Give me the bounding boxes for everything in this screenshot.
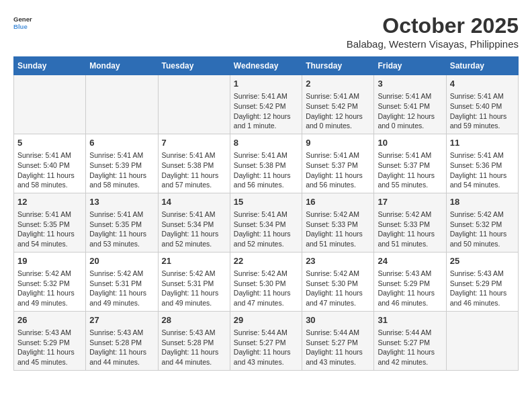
day-info-line: Daylight: 11 hours [378, 288, 442, 298]
day-info-line: Daylight: 11 hours [450, 171, 515, 181]
day-info-line: Sunset: 5:40 PM [450, 101, 515, 111]
day-info-line: and 47 minutes. [306, 298, 370, 308]
day-info-line: Sunset: 5:38 PM [234, 161, 298, 171]
day-info-line: Sunrise: 5:42 AM [306, 210, 370, 220]
calendar-cell [158, 75, 230, 134]
calendar-cell [14, 75, 86, 134]
day-info-line: Daylight: 11 hours [450, 111, 515, 122]
day-info-line: Daylight: 11 hours [17, 288, 82, 298]
day-number: 15 [234, 196, 298, 208]
day-number: 5 [17, 137, 82, 149]
calendar-cell: 12Sunrise: 5:41 AMSunset: 5:35 PMDayligh… [14, 193, 86, 252]
day-info-line: Sunset: 5:32 PM [17, 279, 82, 289]
day-info-line: and 54 minutes. [17, 239, 82, 249]
day-info-line: and 58 minutes. [89, 180, 154, 190]
week-row-3: 12Sunrise: 5:41 AMSunset: 5:35 PMDayligh… [14, 193, 519, 252]
day-info-line: and 55 minutes. [378, 180, 442, 190]
day-info-line: Sunset: 5:29 PM [17, 338, 82, 348]
day-info-line: Daylight: 11 hours [450, 229, 515, 239]
day-info-line: Sunrise: 5:41 AM [378, 150, 442, 161]
location-title: Balabag, Western Visayas, Philippines [347, 38, 519, 50]
calendar-cell: 15Sunrise: 5:41 AMSunset: 5:34 PMDayligh… [230, 193, 302, 252]
calendar-cell: 8Sunrise: 5:41 AMSunset: 5:38 PMDaylight… [230, 134, 302, 193]
day-number: 7 [162, 137, 226, 149]
day-info-line: Sunrise: 5:41 AM [234, 150, 298, 161]
day-info-line: and 0 minutes. [378, 121, 442, 131]
calendar-cell: 13Sunrise: 5:41 AMSunset: 5:35 PMDayligh… [86, 193, 158, 252]
day-info-line: and 52 minutes. [162, 239, 226, 249]
day-number: 13 [89, 196, 154, 208]
calendar-cell: 20Sunrise: 5:42 AMSunset: 5:31 PMDayligh… [86, 252, 158, 311]
day-number: 25 [450, 255, 515, 267]
calendar-cell: 29Sunrise: 5:44 AMSunset: 5:27 PMDayligh… [230, 311, 302, 370]
calendar-cell: 26Sunrise: 5:43 AMSunset: 5:29 PMDayligh… [14, 311, 86, 370]
day-info-line: and 51 minutes. [378, 239, 442, 249]
calendar-cell: 1Sunrise: 5:41 AMSunset: 5:42 PMDaylight… [230, 75, 302, 134]
header: General Blue October 2025 Balabag, Weste… [13, 13, 519, 50]
day-info-line: Sunset: 5:27 PM [306, 338, 370, 348]
day-info-line: and 53 minutes. [89, 239, 154, 249]
day-info-line: Sunrise: 5:41 AM [306, 150, 370, 161]
calendar-cell: 16Sunrise: 5:42 AMSunset: 5:33 PMDayligh… [302, 193, 374, 252]
day-info-line: Sunrise: 5:41 AM [89, 210, 154, 220]
day-number: 22 [234, 255, 298, 267]
day-info-line: and 1 minute. [234, 121, 298, 131]
calendar-cell: 30Sunrise: 5:44 AMSunset: 5:27 PMDayligh… [302, 311, 374, 370]
calendar-cell: 28Sunrise: 5:43 AMSunset: 5:28 PMDayligh… [158, 311, 230, 370]
day-info-line: and 47 minutes. [234, 298, 298, 308]
day-info-line: Sunset: 5:33 PM [306, 220, 370, 230]
day-info-line: Sunset: 5:37 PM [306, 161, 370, 171]
day-info-line: and 54 minutes. [450, 180, 515, 190]
day-info-line: Sunrise: 5:42 AM [162, 269, 226, 279]
calendar-cell: 3Sunrise: 5:41 AMSunset: 5:41 PMDaylight… [374, 75, 446, 134]
day-number: 11 [450, 137, 515, 149]
day-info-line: Daylight: 11 hours [89, 229, 154, 239]
day-info-line: Sunrise: 5:41 AM [234, 210, 298, 220]
weekday-header-row: SundayMondayTuesdayWednesdayThursdayFrid… [14, 57, 519, 75]
day-number: 19 [17, 255, 82, 267]
day-info-line: Sunrise: 5:43 AM [89, 328, 154, 338]
day-number: 4 [450, 78, 515, 90]
day-info-line: Sunrise: 5:41 AM [17, 210, 82, 220]
day-number: 24 [378, 255, 442, 267]
day-info-line: Sunset: 5:35 PM [89, 220, 154, 230]
calendar-cell: 25Sunrise: 5:43 AMSunset: 5:29 PMDayligh… [446, 252, 518, 311]
day-number: 20 [89, 255, 154, 267]
day-info-line: and 44 minutes. [89, 357, 154, 367]
day-number: 26 [17, 314, 82, 326]
day-info-line: Daylight: 11 hours [378, 229, 442, 239]
day-number: 9 [306, 137, 370, 149]
day-info-line: Sunrise: 5:42 AM [89, 269, 154, 279]
day-info-line: Sunrise: 5:44 AM [234, 328, 298, 338]
day-info-line: Daylight: 12 hours [234, 111, 298, 122]
day-info-line: Sunset: 5:28 PM [162, 338, 226, 348]
day-info-line: Sunrise: 5:43 AM [450, 269, 515, 279]
day-info-line: Daylight: 11 hours [162, 171, 226, 181]
day-info-line: Sunrise: 5:41 AM [450, 150, 515, 161]
calendar-cell: 5Sunrise: 5:41 AMSunset: 5:40 PMDaylight… [14, 134, 86, 193]
day-number: 28 [162, 314, 226, 326]
day-info-line: Sunrise: 5:42 AM [450, 210, 515, 220]
day-info-line: Sunrise: 5:41 AM [162, 210, 226, 220]
day-info-line: and 51 minutes. [306, 239, 370, 249]
weekday-header-thursday: Thursday [302, 57, 374, 75]
day-info-line: Daylight: 11 hours [306, 347, 370, 357]
day-info-line: Sunrise: 5:42 AM [234, 269, 298, 279]
day-number: 17 [378, 196, 442, 208]
day-info-line: and 56 minutes. [306, 180, 370, 190]
day-info-line: Daylight: 11 hours [306, 171, 370, 181]
week-row-4: 19Sunrise: 5:42 AMSunset: 5:32 PMDayligh… [14, 252, 519, 311]
day-info-line: Sunset: 5:39 PM [89, 161, 154, 171]
calendar-cell: 9Sunrise: 5:41 AMSunset: 5:37 PMDaylight… [302, 134, 374, 193]
calendar-cell: 4Sunrise: 5:41 AMSunset: 5:40 PMDaylight… [446, 75, 518, 134]
day-info-line: Sunrise: 5:43 AM [17, 328, 82, 338]
weekday-header-wednesday: Wednesday [230, 57, 302, 75]
day-info-line: and 49 minutes. [89, 298, 154, 308]
day-info-line: and 46 minutes. [378, 298, 442, 308]
weekday-header-monday: Monday [86, 57, 158, 75]
day-info-line: Daylight: 11 hours [378, 347, 442, 357]
calendar-cell: 10Sunrise: 5:41 AMSunset: 5:37 PMDayligh… [374, 134, 446, 193]
weekday-header-friday: Friday [374, 57, 446, 75]
day-info-line: Sunrise: 5:41 AM [89, 150, 154, 161]
day-info-line: Daylight: 11 hours [234, 347, 298, 357]
